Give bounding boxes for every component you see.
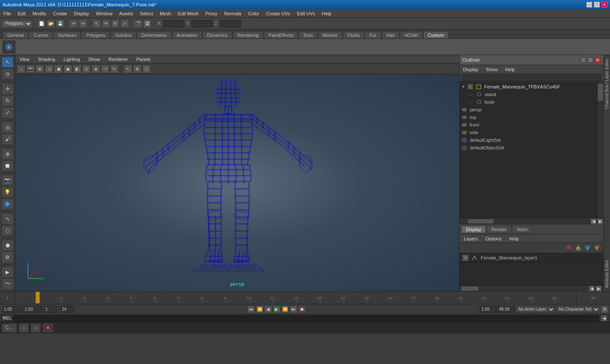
deform-button[interactable]: ⬢ — [2, 240, 14, 251]
menu-color[interactable]: Color — [247, 10, 261, 17]
frame-input[interactable] — [44, 306, 57, 313]
shelf-tab-deformation[interactable]: Deformation — [137, 31, 172, 39]
lighting-menu[interactable]: Lighting — [62, 56, 82, 63]
outliner-minimize-btn[interactable]: − — [580, 57, 586, 63]
goto-start-btn[interactable]: ⏮ — [247, 306, 255, 313]
snap-button[interactable]: 🔲 — [2, 160, 14, 171]
layer-tab-anim[interactable]: Anim — [512, 226, 532, 233]
menu-editmesh[interactable]: Edit Mesh — [176, 10, 200, 17]
vp-prev-btn[interactable]: ⊣ — [101, 65, 109, 73]
save-scene-button[interactable]: 💾 — [56, 19, 64, 28]
layer-visibility-btn[interactable]: V — [462, 254, 469, 261]
vp-next-btn[interactable]: ⊢ — [110, 65, 119, 73]
layer-scroll-left-btn[interactable]: ◀ — [589, 286, 595, 292]
outliner-scrollbar-v[interactable] — [597, 82, 603, 218]
step-back-btn[interactable]: ⏪ — [256, 306, 263, 313]
select-tool[interactable]: ↖ — [92, 19, 101, 28]
menu-proxy[interactable]: Proxy — [204, 10, 219, 17]
play-forward-btn[interactable]: ▶ — [273, 306, 280, 313]
layer-tab-display[interactable]: Display — [461, 226, 486, 233]
3d-viewport[interactable]: Y Z X persp — [15, 74, 459, 291]
layer-tab-render[interactable]: Render — [487, 226, 511, 233]
timeline-ruler[interactable]: 1 2 3 4 5 6 7 8 9 10 11 12 13 14 15 16 1… — [15, 292, 576, 304]
close-button[interactable]: ✕ — [602, 2, 607, 8]
options-menu[interactable]: Options — [484, 235, 503, 242]
outliner-search-input[interactable] — [461, 74, 602, 81]
surface-button[interactable]: ⬡ — [2, 225, 14, 236]
vp-home-btn[interactable]: ⌂ — [17, 65, 25, 73]
x-input[interactable] — [163, 20, 184, 28]
shelf-tab-curves[interactable]: Curves — [29, 31, 53, 39]
outliner-show-menu[interactable]: Show — [484, 66, 499, 73]
mel-output-btn[interactable]: ◀ — [601, 315, 607, 322]
menu-mesh[interactable]: Mesh — [158, 10, 173, 17]
shelf-tab-animation[interactable]: Animation — [172, 31, 202, 39]
menu-help[interactable]: Help — [320, 10, 333, 17]
vp-snap-btn[interactable]: ⬡ — [142, 65, 151, 73]
shelf-tab-subdivs[interactable]: Subdivs — [111, 31, 136, 39]
vp-paint2-btn[interactable]: ⊕ — [133, 65, 141, 73]
ipr-render-button[interactable]: 🖼 — [143, 19, 152, 28]
mel-input[interactable] — [13, 315, 599, 321]
vp-wireframe-btn[interactable]: ◻ — [45, 65, 53, 73]
shelf-tab-hair[interactable]: Hair — [382, 31, 399, 39]
outliner-scrollbar-h[interactable]: ◀ ▶ — [460, 218, 603, 224]
shelf-tab-rendering[interactable]: Rendering — [233, 31, 263, 39]
help-menu[interactable]: Help — [507, 235, 521, 242]
shelf-icon-home[interactable]: ✓ — [3, 41, 15, 53]
shelf-tab-dynamics[interactable]: Dynamics — [202, 31, 232, 39]
panels-menu[interactable]: Panels — [135, 56, 152, 63]
rotate-tool[interactable]: ↻ — [111, 19, 119, 28]
outliner-item-body[interactable]: — body — [460, 98, 597, 106]
vp-isolate-btn[interactable]: ◈ — [92, 65, 100, 73]
play-back-btn[interactable]: ◀ — [264, 306, 272, 313]
dynamics-button[interactable]: 〜 — [2, 279, 14, 290]
undo-button[interactable]: ↩ — [69, 19, 78, 28]
current-time-input2[interactable] — [23, 306, 42, 313]
vp-grid-btn[interactable]: ⊞ — [36, 65, 44, 73]
channel-box-label[interactable]: Channel Box / Layer Editor — [604, 55, 609, 113]
shelf-tab-custom[interactable]: Custom — [423, 31, 449, 39]
select-mode-button[interactable]: ↖ — [2, 57, 14, 68]
outliner-display-menu[interactable]: Display — [461, 66, 480, 73]
shelf-tab-general[interactable]: General — [3, 31, 28, 39]
step-forward-btn[interactable]: ⏩ — [281, 306, 289, 313]
outliner-item-side[interactable]: side — [460, 129, 597, 136]
show-menu[interactable]: Show — [87, 56, 102, 63]
outliner-help-menu[interactable]: Help — [504, 66, 517, 73]
taskbar-min-btn[interactable]: □ — [19, 323, 29, 333]
layer-move-down-icon[interactable] — [584, 244, 591, 252]
y-input[interactable] — [191, 20, 213, 28]
outliner-item-persp[interactable]: persp — [460, 106, 597, 113]
maximize-button[interactable]: □ — [594, 2, 600, 8]
menu-file[interactable]: File — [2, 10, 13, 17]
paint-button[interactable]: 🖌 — [2, 134, 14, 145]
lasso-button[interactable]: ⊙ — [2, 69, 14, 80]
taskbar-max-btn[interactable]: □ — [30, 323, 41, 333]
vp-xray-btn[interactable]: ⊡ — [82, 65, 91, 73]
vp-select-btn[interactable]: ↖ — [124, 65, 132, 73]
skeleton-button[interactable]: ⚙ — [2, 252, 14, 263]
view-menu[interactable]: View — [18, 56, 31, 63]
layers-menu[interactable]: Layers — [462, 235, 480, 242]
menu-select[interactable]: Select — [138, 10, 155, 17]
shelf-tab-fluids[interactable]: Fluids — [343, 31, 364, 39]
light-button[interactable]: 💡 — [2, 187, 14, 198]
mode-dropdown[interactable]: Polygons — [2, 20, 32, 28]
character-set-dropdown[interactable]: No Character Set — [556, 306, 600, 313]
shelf-tab-surfaces[interactable]: Surfaces — [53, 31, 81, 39]
show-manip-button[interactable]: ⊕ — [2, 149, 14, 160]
layer-row-mannequin[interactable]: V Female_Mannequin_layer1 — [460, 253, 603, 262]
vp-texture-btn[interactable]: ▣ — [64, 65, 72, 73]
taskbar-maya-btn[interactable]: C:... — [2, 323, 17, 333]
menu-assets[interactable]: Assets — [117, 10, 135, 17]
outliner-maximize-btn[interactable]: □ — [588, 57, 593, 63]
outliner-item-stand[interactable]: — stand — [460, 91, 597, 98]
move-button[interactable]: ✛ — [2, 83, 14, 94]
menu-window[interactable]: Window — [94, 10, 114, 17]
scale-button[interactable]: ⤢ — [2, 107, 14, 118]
outliner-item-defaultlightset[interactable]: defaultLightSet — [460, 136, 597, 144]
time-options-btn[interactable]: ⚙ — [601, 306, 608, 313]
scroll-right-btn[interactable]: ▶ — [597, 218, 603, 224]
render-current-button[interactable]: 🎬 — [134, 19, 142, 28]
